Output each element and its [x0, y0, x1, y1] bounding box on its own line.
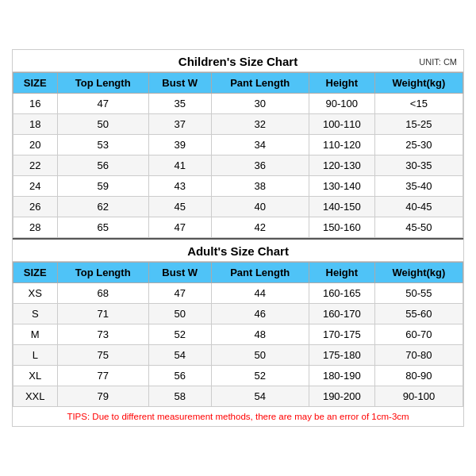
adult-col-size: SIZE	[13, 263, 58, 283]
table-row: 28654742150-16045-50	[13, 217, 463, 238]
table-cell: 56	[148, 366, 211, 386]
table-cell: 140-150	[309, 197, 374, 217]
table-row: XL775652180-19080-90	[13, 366, 463, 386]
table-cell: 110-120	[309, 135, 374, 155]
table-cell: 53	[57, 135, 148, 155]
table-cell: <15	[374, 94, 463, 114]
table-cell: 22	[13, 155, 58, 176]
table-row: 26624540140-15040-45	[13, 197, 463, 217]
adult-table: SIZE Top Length Bust W Pant Length Heigh…	[13, 262, 463, 407]
table-cell: 100-110	[309, 114, 374, 135]
table-cell: 160-165	[309, 283, 374, 304]
table-cell: XL	[13, 366, 58, 386]
table-row: 20533934110-12025-30	[13, 135, 463, 155]
table-cell: 35-40	[374, 176, 463, 197]
table-cell: 39	[148, 135, 211, 155]
table-cell: 130-140	[309, 176, 374, 197]
table-cell: 71	[57, 304, 148, 324]
table-row: 24594338130-14035-40	[13, 176, 463, 197]
children-col-size: SIZE	[13, 73, 58, 94]
table-cell: 40-45	[374, 197, 463, 217]
table-row: XXL795854190-20090-100	[13, 386, 463, 407]
table-cell: 52	[148, 324, 211, 345]
tips-text: TIPS: Due to different measurement metho…	[13, 407, 463, 426]
children-tbody: 1647353090-100<1518503732100-11015-25205…	[13, 94, 463, 238]
table-cell: 30-35	[374, 155, 463, 176]
table-cell: 54	[211, 386, 309, 407]
table-cell: 32	[211, 114, 309, 135]
table-cell: 73	[57, 324, 148, 345]
table-cell: 90-100	[374, 386, 463, 407]
table-cell: 45-50	[374, 217, 463, 238]
table-cell: S	[13, 304, 58, 324]
table-cell: 43	[148, 176, 211, 197]
table-cell: XXL	[13, 386, 58, 407]
table-cell: 58	[148, 386, 211, 407]
table-cell: 180-190	[309, 366, 374, 386]
unit-label: UNIT: CM	[419, 57, 457, 67]
table-row: 22564136120-13030-35	[13, 155, 463, 176]
adult-col-pant-length: Pant Length	[211, 263, 309, 283]
table-cell: 68	[57, 283, 148, 304]
table-cell: 38	[211, 176, 309, 197]
table-cell: 52	[211, 366, 309, 386]
table-cell: 70-80	[374, 345, 463, 366]
table-row: M735248170-17560-70	[13, 324, 463, 345]
table-cell: 50-55	[374, 283, 463, 304]
table-row: XS684744160-16550-55	[13, 283, 463, 304]
table-cell: 190-200	[309, 386, 374, 407]
table-row: S715046160-17055-60	[13, 304, 463, 324]
table-cell: M	[13, 324, 58, 345]
table-cell: 40	[211, 197, 309, 217]
table-cell: 35	[148, 94, 211, 114]
children-col-pant-length: Pant Length	[211, 73, 309, 94]
table-cell: 25-30	[374, 135, 463, 155]
children-title-row: Children's Size Chart UNIT: CM	[13, 50, 463, 72]
table-cell: 56	[57, 155, 148, 176]
table-cell: 55-60	[374, 304, 463, 324]
children-header-row: SIZE Top Length Bust W Pant Length Heigh…	[13, 73, 463, 94]
children-col-bust-w: Bust W	[148, 73, 211, 94]
table-cell: 120-130	[309, 155, 374, 176]
table-cell: 79	[57, 386, 148, 407]
table-cell: 60-70	[374, 324, 463, 345]
adult-header-row: SIZE Top Length Bust W Pant Length Heigh…	[13, 263, 463, 283]
adult-col-weight: Weight(kg)	[374, 263, 463, 283]
table-cell: 175-180	[309, 345, 374, 366]
table-cell: 80-90	[374, 366, 463, 386]
table-cell: 54	[148, 345, 211, 366]
size-chart-container: Children's Size Chart UNIT: CM SIZE Top …	[12, 49, 464, 427]
children-col-top-length: Top Length	[57, 73, 148, 94]
table-cell: 18	[13, 114, 58, 135]
adult-col-top-length: Top Length	[57, 263, 148, 283]
table-cell: 47	[148, 217, 211, 238]
table-cell: 65	[57, 217, 148, 238]
table-cell: 48	[211, 324, 309, 345]
table-row: 18503732100-11015-25	[13, 114, 463, 135]
table-cell: 16	[13, 94, 58, 114]
children-col-weight: Weight(kg)	[374, 73, 463, 94]
table-cell: 42	[211, 217, 309, 238]
table-cell: 77	[57, 366, 148, 386]
table-cell: 26	[13, 197, 58, 217]
table-cell: 62	[57, 197, 148, 217]
table-cell: 34	[211, 135, 309, 155]
table-cell: 59	[57, 176, 148, 197]
table-cell: 50	[148, 304, 211, 324]
table-cell: 50	[57, 114, 148, 135]
table-cell: 20	[13, 135, 58, 155]
table-cell: L	[13, 345, 58, 366]
table-cell: 24	[13, 176, 58, 197]
table-cell: 46	[211, 304, 309, 324]
table-row: L755450175-18070-80	[13, 345, 463, 366]
table-cell: 44	[211, 283, 309, 304]
table-cell: 170-175	[309, 324, 374, 345]
table-cell: 15-25	[374, 114, 463, 135]
adult-col-height: Height	[309, 263, 374, 283]
table-cell: XS	[13, 283, 58, 304]
table-cell: 150-160	[309, 217, 374, 238]
table-cell: 41	[148, 155, 211, 176]
table-cell: 36	[211, 155, 309, 176]
children-table: SIZE Top Length Bust W Pant Length Heigh…	[13, 72, 463, 238]
table-cell: 160-170	[309, 304, 374, 324]
